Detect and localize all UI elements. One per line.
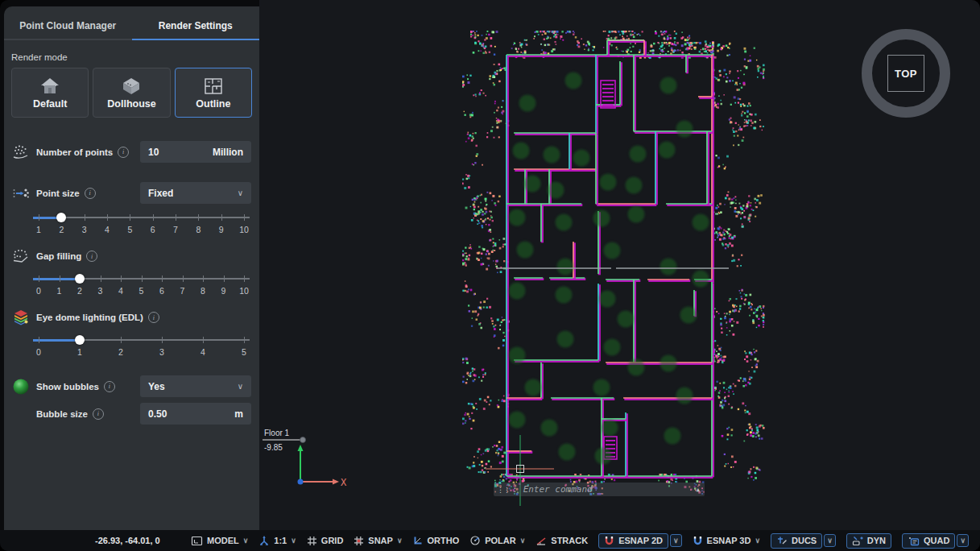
status-label: STRACK [551,536,588,545]
slider-handle[interactable] [75,274,85,284]
view-cube[interactable]: TOP [862,29,950,118]
ucs-sphere-icon [300,437,306,443]
status-quad-flyout[interactable]: ∨ [957,534,969,547]
dollhouse-icon [121,77,142,96]
gap-filling-icon [12,247,31,265]
edl-row: Eye dome lighting (EDL) i [4,309,259,326]
status-label: 1:1 [274,536,287,545]
grid-icon [307,536,317,546]
point-size-slider[interactable]: 12345678910 [33,211,250,237]
status-quad[interactable]: QUAD [902,533,955,549]
info-icon[interactable]: i [104,381,115,392]
chevron-down-icon: ∨ [673,536,679,545]
point-size-row: Point size i Fixed ∨ [4,182,259,204]
chevron-down-icon[interactable]: ∨ [243,536,249,545]
dyn-icon [852,536,863,546]
chevron-down-icon[interactable]: ∨ [755,536,760,545]
render-mode-outline[interactable]: Outline [175,68,252,118]
number-of-points-row: Number of points i 10 Million [4,141,259,163]
status-esnap2d[interactable]: ESNAP 2D [598,533,668,549]
point-size-icon [12,184,31,202]
model-icon [191,536,203,546]
tab-point-cloud-manager[interactable]: Point Cloud Manager [4,11,132,40]
chevron-down-icon[interactable]: ∨ [291,536,296,545]
info-icon[interactable]: i [93,408,104,420]
point-size-dropdown[interactable]: Fixed ∨ [140,182,251,204]
edl-layers-icon [12,309,31,326]
ucs-indicator: Floor 1 -9.85 X [259,425,364,502]
status-ducs-flyout[interactable]: ∨ [824,534,836,547]
slider-handle[interactable] [75,335,85,345]
command-placeholder: Enter command [523,484,593,495]
render-mode-default[interactable]: Default [11,68,89,118]
render-mode-label: Render mode [11,52,259,62]
status-ducs[interactable]: DUCS [771,533,822,549]
ortho-icon [412,536,423,546]
3d-viewport[interactable]: TOP Floor 1 -9.85 X ⋮⋮ : Enter command ▲ [259,0,980,530]
x-axis-label: X [341,477,347,488]
house-icon [39,77,60,96]
cursor-coordinates: -26.93, -64.01, 0 [95,530,160,551]
status-label: ESNAP 2D [618,536,663,545]
status-snap[interactable]: SNAP∨ [354,536,402,546]
ducs-icon [776,536,788,546]
sidebar-tabs: Point Cloud Manager Render Settings [4,11,259,40]
ucs-origin-icon [298,479,304,485]
chevron-down-icon: ∨ [827,536,833,545]
status-label: MODEL [207,536,239,545]
info-icon[interactable]: i [85,188,96,199]
magnet-red-icon [604,536,614,546]
bubble-size-field[interactable]: 0.50 m [140,403,251,425]
grip-icon: ⋮⋮ [497,486,510,494]
number-of-points-field[interactable]: 10 Million [140,141,251,163]
info-icon[interactable]: i [118,147,129,158]
floor-label: Floor 1 [264,429,290,437]
status-esnap2d-flyout[interactable]: ∨ [670,534,682,547]
status-label: GRID [321,536,344,545]
edl-slider[interactable]: 012345 [33,334,250,359]
status-strack[interactable]: STRACK [535,536,588,546]
polar-icon [469,535,481,546]
chevron-down-icon[interactable]: ∨ [397,536,403,545]
status-scale[interactable]: 1:1∨ [258,535,296,546]
render-mode-dollhouse[interactable]: Dollhouse [93,68,170,118]
chevron-down-icon: ∨ [960,536,966,545]
application-window: Point Cloud Manager Render Settings Rend… [0,0,980,551]
strack-icon [535,536,547,546]
chevron-down-icon: ∨ [238,189,243,197]
show-bubbles-dropdown[interactable]: Yes ∨ [140,375,251,397]
status-label: ORTHO [427,536,459,545]
expand-triangle-icon[interactable]: ▲ [697,487,700,493]
slider-handle[interactable] [56,213,66,222]
status-label: SNAP [368,536,393,545]
status-bar: -26.93, -64.01, 0 MODEL∨1:1∨GRIDSNAP∨ORT… [0,530,980,551]
bubble-size-row: Bubble size i 0.50 m [4,403,259,425]
command-line[interactable]: ⋮⋮ : Enter command ▲ [494,483,705,496]
info-icon[interactable]: i [148,312,159,323]
chevron-down-icon[interactable]: ∨ [520,536,526,545]
view-cube-top-face[interactable]: TOP [887,55,924,92]
sidebar-panel: Point Cloud Manager Render Settings Rend… [4,6,259,530]
tab-render-settings[interactable]: Render Settings [132,11,260,40]
status-esnap3d[interactable]: ESNAP 3D∨ [693,536,760,546]
status-grid[interactable]: GRID [307,536,344,546]
elevation-label: -9.85 [264,443,283,452]
quad-icon [908,536,920,546]
show-bubbles-row: Show bubbles i Yes ∨ [4,375,259,397]
status-polar[interactable]: POLAR∨ [469,535,525,546]
status-model[interactable]: MODEL∨ [191,536,248,546]
status-label: DUCS [792,536,817,545]
bubble-sphere-icon [12,378,31,396]
status-ortho[interactable]: ORTHO [412,536,459,546]
floorplan-icon [203,77,224,96]
status-label: DYN [867,536,886,545]
status-toggles: MODEL∨1:1∨GRIDSNAP∨ORTHOPOLAR∨STRACKESNA… [191,530,980,551]
status-label: POLAR [485,536,516,545]
info-icon[interactable]: i [86,251,97,262]
gap-filling-slider[interactable]: 012345678910 [33,272,250,298]
status-label: ESNAP 3D [707,536,751,545]
status-label: QUAD [924,536,949,545]
point-cloud-icon [12,143,31,161]
status-dyn[interactable]: DYN [846,533,891,549]
render-mode-options: Default Dollhouse Outline [4,68,259,118]
